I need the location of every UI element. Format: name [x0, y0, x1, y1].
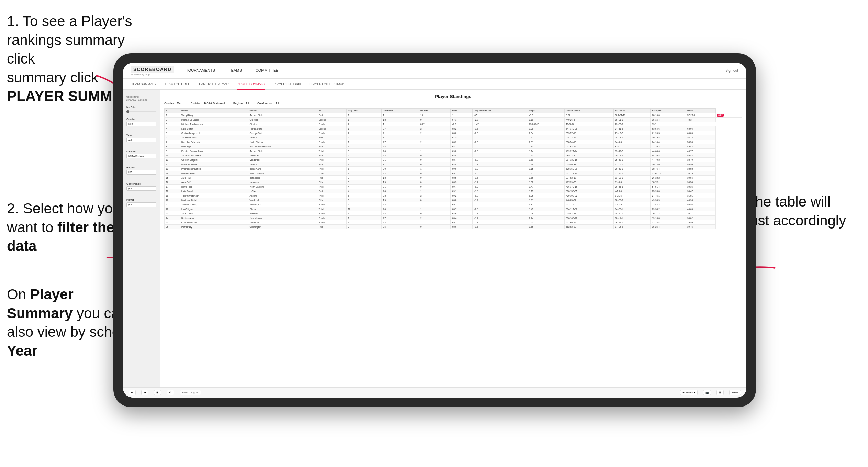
copy-button[interactable]: ⊞	[154, 390, 161, 395]
col-yr: Yr	[317, 109, 346, 113]
sub-nav-player-h2h-grid[interactable]: PLAYER H2H GRID	[274, 79, 301, 90]
bottom-toolbar: ↩ ↪ ⊞ ⏱ View: Original 👁 Watch ▾ 📷 ⊞ Sha…	[123, 387, 746, 398]
sign-out-link[interactable]: Sign out	[725, 69, 738, 73]
step2-bold: filter the data	[7, 219, 114, 254]
year-select[interactable]: (All) First Second Third Fourth Fifth	[126, 138, 156, 142]
nav-committee[interactable]: COMMITTEE	[254, 63, 280, 79]
table-row[interactable]: 24Bastien AmatNew MexicoFourth127268.4-1…	[165, 216, 742, 220]
table-row[interactable]: 16Alex GoffKentuckyFifth919068.3-1.71.92…	[165, 180, 742, 185]
table-row[interactable]: 25Cole SherwoodVanderbiltFourth1223169.3…	[165, 220, 742, 225]
sidebar-gender-section: Gender Men Women	[126, 118, 156, 129]
sub-nav-team-h2h-grid[interactable]: TEAM H2H GRID	[165, 79, 189, 90]
sub-nav-team-summary[interactable]: TEAM SUMMARY	[131, 79, 156, 90]
table-row[interactable]: 12Brendan ValdesAuburnFifth337068.4-1.11…	[165, 162, 742, 167]
gender-select[interactable]: Men Women	[126, 122, 156, 126]
table-row[interactable]: 7Nicholas GabrelcikNorth FloridaFourth12…	[165, 140, 742, 144]
table-area: Player Standings Gender: Men Division: N…	[160, 90, 746, 387]
sub-nav-player-h2h-heatmap[interactable]: PLAYER H2H HEATMAP	[309, 79, 344, 90]
table-row[interactable]: 22Ian GilliganFloridaThird1024168.7-0.81…	[165, 207, 742, 211]
table-row[interactable]: 4Luke ClatonFlorida StateSecond127268.2-…	[165, 126, 742, 131]
table-row[interactable]: 21Taehhoon SongWashingtonFourth423169.2-…	[165, 202, 742, 207]
col-overall: Overall Record	[564, 109, 613, 113]
app-header: SCOREBOARD Powered by clippi TOURNAMENTS…	[123, 63, 746, 79]
col-adj-score: Adj. Score to Par	[473, 109, 527, 113]
col-wins: Wins	[450, 109, 473, 113]
division-label: Division	[126, 150, 156, 153]
table-row[interactable]: 5Christo LamprechtGeorgia TechFourth2212…	[165, 131, 742, 135]
table-row[interactable]: 17David FordNorth CarolinaThird421069.7-…	[165, 185, 742, 189]
nav-right: Sign out	[725, 69, 738, 73]
redo-button[interactable]: ↪	[141, 390, 148, 395]
table-row[interactable]: 2Michael Le SassoOle MissSecond118067.1-…	[165, 118, 742, 122]
table-row[interactable]: 1Wenyi DingArizona StateFirst1115167.1-3…	[165, 113, 742, 118]
share-button[interactable]: Share	[729, 390, 741, 395]
nav-teams[interactable]: TEAMS	[227, 63, 243, 79]
sidebar-year-section: Year (All) First Second Third Fourth Fif…	[126, 134, 156, 145]
col-points: Points	[686, 109, 715, 113]
clock-button[interactable]: ⏱	[167, 390, 174, 395]
step1-text: 1. To see a Player's rankings summary cl…	[7, 13, 132, 67]
col-conf-rank: Conf Rank	[381, 109, 419, 113]
app-logo-sub: Powered by clippi	[131, 73, 174, 76]
table-row[interactable]: 14Maxwell FordNorth CarolinaThird322069.…	[165, 171, 742, 176]
sidebar-no-rds: No Rds.	[126, 105, 156, 113]
table-row[interactable]: 15Jake HallTennesseeFifth718068.5-1.51.6…	[165, 176, 742, 180]
player-standings-table: # Player School Yr Reg Rank Conf Rank No…	[164, 108, 742, 229]
region-select[interactable]: N/A All	[126, 170, 156, 175]
sub-nav-player-summary[interactable]: PLAYER SUMMARY	[237, 79, 265, 90]
col-reg-rank: Reg Rank	[346, 109, 381, 113]
sidebar-region-section: Region N/A All	[126, 166, 156, 177]
main-nav: TOURNAMENTS TEAMS COMMITTEE	[185, 63, 725, 79]
step2-text: 2. Select how you want to filter the dat…	[7, 200, 121, 254]
step4-text: On Player Summary you can also view by s…	[7, 286, 131, 359]
region-label: Region	[126, 166, 156, 169]
table-row[interactable]: 19Tiger ChristensenArizonaThird523269.2-…	[165, 193, 742, 198]
col-vs-top50: Vs Top 50	[650, 109, 686, 113]
no-rds-label: No Rds.	[126, 105, 156, 109]
no-rds-slider-container	[126, 110, 156, 113]
table-body: 1Wenyi DingArizona StateFirst1115167.1-3…	[165, 113, 742, 229]
table-title: Player Standings	[164, 94, 742, 99]
table-row[interactable]: 3Michael ThorbjornsenStanfordFourth2188.…	[165, 122, 742, 126]
table-row[interactable]: 26Petr HrubyWashingtonFifth725068.6-1.61…	[165, 225, 742, 229]
col-vs-top25: Vs Top 25	[614, 109, 650, 113]
watch-button[interactable]: 👁 Watch ▾	[680, 390, 698, 395]
table-filters: Gender: Men Division: NCAA Division I Re…	[164, 102, 742, 105]
division-select[interactable]: NCAA Division I NCAA Division II NCAA Di…	[126, 154, 156, 158]
nav-tournaments[interactable]: TOURNAMENTS	[185, 63, 216, 79]
gender-filter-display: Gender: Men	[164, 102, 182, 105]
table-row[interactable]: 6Jackson KoivunAuburnFirst217167.5-2.02.…	[165, 135, 742, 140]
table-row[interactable]: 13Phichaksn MaichonTexas A&MThird630169.…	[165, 167, 742, 171]
table-row[interactable]: 8Mats EgeEast Tennessee StateFifth124268…	[165, 144, 742, 149]
division-filter-display: Division: NCAA Division I	[191, 102, 225, 105]
sub-nav-team-h2h-heatmap[interactable]: TEAM H2H HEATMAP	[197, 79, 229, 90]
col-no-rds: No. Rds.	[419, 109, 451, 113]
table-row[interactable]: 9Preston SummerhaysArizona StateThird324…	[165, 149, 742, 153]
table-row[interactable]: 11Gordon SargentVanderbiltThird421068.7-…	[165, 158, 742, 162]
gender-label: Gender	[126, 118, 156, 121]
undo-button[interactable]: ↩	[129, 390, 136, 395]
table-row[interactable]: 20Matthew RiedelVanderbiltFifth519068.8-…	[165, 198, 742, 202]
sidebar-division-section: Division NCAA Division I NCAA Division I…	[126, 150, 156, 161]
table-header-row: # Player School Yr Reg Rank Conf Rank No…	[165, 109, 742, 113]
step4-bold2: Year	[7, 343, 37, 359]
table-row[interactable]: 23Jack LundinMissouriFourth1124068.6-2.3…	[165, 211, 742, 216]
logo-area: SCOREBOARD Powered by clippi	[131, 66, 174, 76]
sidebar: Update time: 27/03/2024 16:56:26 No Rds.…	[123, 90, 160, 387]
screenshot-button[interactable]: 📷	[703, 390, 711, 395]
table-row[interactable]: 18Luke PowellUCLAFirst424169.1-1.81.1350…	[165, 189, 742, 193]
conference-select[interactable]: (All)	[126, 186, 156, 191]
player-select[interactable]: (All)	[126, 202, 156, 207]
table-button[interactable]: ⊞	[716, 390, 724, 395]
view-original[interactable]: View: Original	[180, 390, 201, 395]
app-logo: SCOREBOARD	[131, 66, 174, 73]
no-rds-slider[interactable]	[126, 111, 156, 112]
sub-nav: TEAM SUMMARY TEAM H2H GRID TEAM H2H HEAT…	[123, 79, 746, 90]
table-row[interactable]: 10Jacob Skov OlesenArkansasFifth223068.4…	[165, 153, 742, 158]
tablet-device: SCOREBOARD Powered by clippi TOURNAMENTS…	[113, 53, 756, 407]
sidebar-update-time: Update time: 27/03/2024 16:56:26	[126, 95, 156, 101]
conference-filter-display: Conference: All	[257, 102, 279, 105]
player-label: Player	[126, 198, 156, 201]
conference-label: Conference	[126, 182, 156, 185]
region-filter-display: Region: All	[233, 102, 249, 105]
